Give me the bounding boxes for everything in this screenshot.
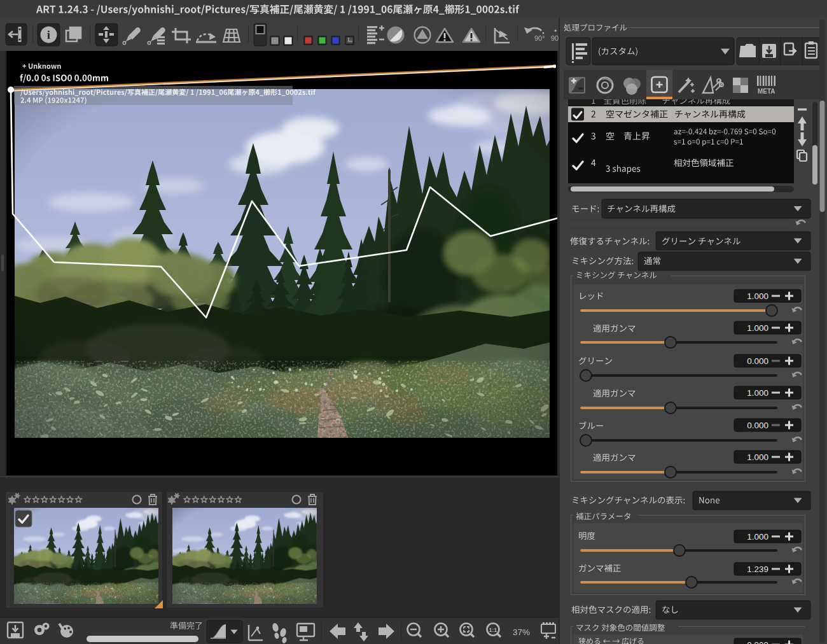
svg-text:90: 90 [551, 34, 559, 42]
svg-text:0.000: 0.000 [747, 356, 768, 366]
svg-text:1.000: 1.000 [747, 291, 768, 301]
svg-text:1.000: 1.000 [747, 323, 768, 333]
svg-text:1.239: 1.239 [747, 564, 768, 574]
svg-text:1:1: 1:1 [489, 627, 497, 633]
svg-text:1.000: 1.000 [747, 388, 768, 398]
svg-text:90°: 90° [534, 34, 545, 42]
svg-text:0.000: 0.000 [747, 421, 768, 430]
svg-text:i: i [47, 28, 50, 41]
svg-text:META: META [758, 88, 775, 95]
svg-text:1.000: 1.000 [747, 532, 768, 542]
svg-text:0.000: 0.000 [747, 640, 768, 644]
svg-text:1.000: 1.000 [747, 452, 768, 462]
svg-text:37%: 37% [513, 627, 530, 637]
